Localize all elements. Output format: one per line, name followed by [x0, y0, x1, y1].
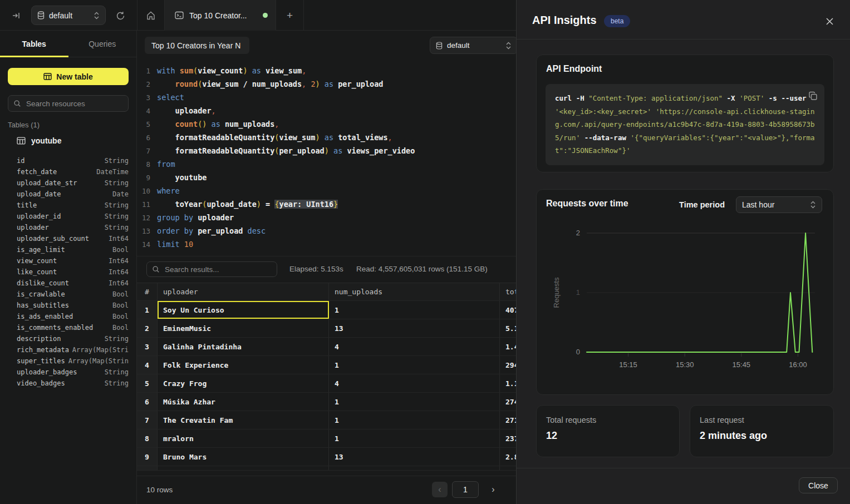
resource-search-input[interactable]	[25, 99, 123, 108]
requests-chart: 01215:1515:3015:4516:00Requests	[544, 221, 824, 382]
table-cell[interactable]: Folk Experience	[158, 356, 329, 374]
table-column[interactable]: is_crawlableBool	[17, 289, 129, 300]
home-button[interactable]	[137, 0, 165, 31]
results-header-cell[interactable]: num_uploads	[329, 283, 500, 300]
new-tab-button[interactable]: +	[276, 0, 304, 31]
row-number-cell: 3	[137, 338, 158, 355]
table-cell[interactable]: EminemMusic	[158, 319, 329, 337]
close-button[interactable]: Close	[799, 477, 838, 493]
tab-queries[interactable]: Queries	[68, 31, 137, 57]
results-header-cell[interactable]: #	[137, 283, 158, 300]
svg-text:16:00: 16:00	[789, 360, 807, 369]
table-column[interactable]: is_comments_enabledBool	[17, 322, 129, 333]
code-text: formatReadableQuantity(view_sum) as tota…	[157, 133, 392, 142]
database-icon	[37, 11, 45, 19]
column-name: is_ads_enabled	[17, 313, 73, 320]
table-cell[interactable]: Bruno Mars	[158, 448, 329, 466]
table-column[interactable]: idString	[17, 155, 129, 166]
sidebar-table-youtube[interactable]: youtube	[8, 134, 129, 147]
total-requests-label: Total requests	[546, 416, 596, 424]
table-cell[interactable]: 1	[329, 393, 500, 411]
new-table-button[interactable]: New table	[8, 68, 129, 85]
pagination-next-button[interactable]: ›	[487, 482, 500, 497]
page-number: 1	[463, 485, 468, 494]
table-column[interactable]: is_ads_enabledBool	[17, 311, 129, 322]
line-number: 13	[137, 227, 157, 235]
table-column[interactable]: titleString	[17, 200, 129, 211]
table-column[interactable]: super_titlesArray(Map(Strin	[17, 355, 129, 367]
line-number: 9	[137, 174, 157, 182]
results-search-input[interactable]	[164, 265, 272, 274]
row-number-cell: 4	[137, 356, 158, 374]
refresh-button[interactable]	[113, 8, 127, 23]
panel-close-button[interactable]	[824, 16, 834, 26]
table-cell[interactable]: 4	[329, 338, 500, 355]
column-type: Array(Map(Stri	[72, 346, 129, 354]
query-database-selector[interactable]: default	[430, 37, 518, 54]
chevron-updown-icon	[94, 12, 100, 19]
chevron-left-icon: ‹	[438, 485, 441, 495]
table-column[interactable]: uploaderString	[17, 222, 129, 233]
query-title[interactable]: Top 10 Creators in Year N	[145, 37, 249, 54]
table-column[interactable]: video_badgesString	[17, 378, 129, 389]
table-cell[interactable]: mralorn	[158, 429, 329, 447]
column-name: is_age_limit	[17, 246, 65, 254]
tab-tables[interactable]: Tables	[0, 31, 68, 57]
row-number-cell: 7	[137, 411, 158, 429]
table-cell[interactable]: Crazy Frog	[158, 374, 329, 392]
table-cell[interactable]: The Crevatin Fam	[158, 411, 329, 429]
table-column[interactable]: uploader_badgesString	[17, 367, 129, 378]
column-name: upload_date	[17, 190, 61, 198]
collapse-sidebar-button[interactable]	[9, 8, 23, 23]
table-icon	[17, 137, 26, 145]
table-column[interactable]: like_countInt64	[17, 266, 129, 278]
table-column[interactable]: fetch_dateDateTime	[17, 166, 129, 177]
table-cell[interactable]: 13	[329, 319, 500, 337]
results-header-cell[interactable]: uploader	[158, 283, 329, 300]
table-cell[interactable]: 1	[329, 301, 500, 319]
requests-over-time-card: Requests over time Time period Last hour…	[536, 189, 834, 395]
table-column[interactable]: dislike_countInt64	[17, 278, 129, 289]
table-cell[interactable]: 1	[329, 411, 500, 429]
line-number: 12	[137, 214, 157, 222]
curl-code: curl -H "Content-Type: application/json"…	[555, 94, 815, 155]
table-cell[interactable]: Soy Un Curioso	[158, 301, 329, 319]
database-selector[interactable]: default	[31, 6, 106, 25]
last-request-card: Last request 2 minutes ago	[690, 405, 834, 457]
table-cell[interactable]: 4	[329, 374, 500, 392]
last-request-label: Last request	[700, 416, 744, 424]
table-column[interactable]: rich_metadataArray(Map(Stri	[17, 344, 129, 355]
terminal-icon	[175, 11, 184, 19]
row-number-cell: 1	[137, 301, 158, 319]
pagination-page-button[interactable]: 1	[452, 481, 479, 498]
table-columns-list: idStringfetch_dateDateTimeupload_date_st…	[17, 155, 129, 389]
table-column[interactable]: uploader_idString	[17, 211, 129, 222]
database-selector-value: default	[49, 11, 89, 20]
table-cell[interactable]: 13	[329, 448, 500, 466]
table-cell[interactable]: Galinha Pintadinha	[158, 338, 329, 355]
requests-chart-wrap: 01215:1515:3015:4516:00Requests	[544, 221, 824, 384]
pagination-prev-button[interactable]: ‹	[432, 482, 448, 497]
svg-text:1: 1	[576, 288, 580, 297]
table-cell[interactable]: Músika Azhar	[158, 393, 329, 411]
table-column[interactable]: view_countInt64	[17, 255, 129, 266]
table-column[interactable]: uploader_sub_countInt64	[17, 233, 129, 244]
column-type: String	[105, 179, 129, 187]
table-column[interactable]: upload_dateDate	[17, 189, 129, 200]
api-endpoint-card: API Endpoint curl -H "Content-Type: appl…	[536, 55, 834, 172]
table-column[interactable]: descriptionString	[17, 333, 129, 344]
column-type: String	[105, 201, 129, 209]
line-number: 11	[137, 200, 157, 209]
table-column[interactable]: upload_date_strString	[17, 177, 129, 189]
table-cell[interactable]: 1	[329, 429, 500, 447]
table-column[interactable]: is_age_limitBool	[17, 244, 129, 255]
query-database-value: default	[447, 41, 501, 50]
column-name: description	[17, 335, 61, 343]
copy-button[interactable]	[807, 90, 819, 102]
api-insights-panel: API Insights beta API Endpoint curl -H "…	[516, 0, 850, 504]
tab-top-10-creators[interactable]: Top 10 Creator...	[165, 0, 276, 31]
table-cell[interactable]: 1	[329, 356, 500, 374]
refresh-icon	[116, 11, 125, 21]
table-column[interactable]: has_subtitlesBool	[17, 300, 129, 311]
time-period-select[interactable]: Last hour	[736, 196, 822, 213]
